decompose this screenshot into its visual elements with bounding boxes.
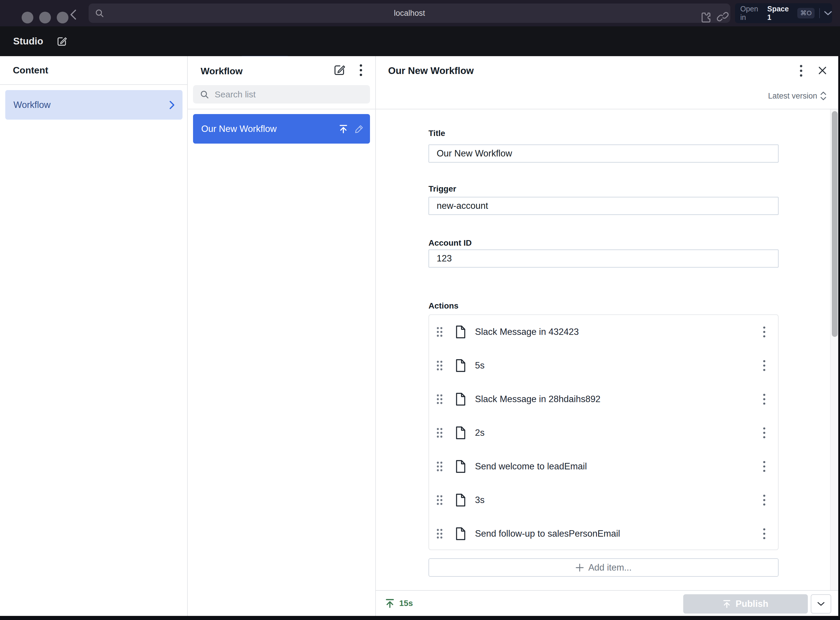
open-in-space-button[interactable]: Open in Space 1 ⌘O <box>735 3 832 23</box>
scrollbar-track[interactable] <box>830 109 838 590</box>
chevron-down-icon[interactable] <box>824 11 832 16</box>
add-item-button[interactable]: Add item... <box>429 558 778 577</box>
drag-handle-icon[interactable] <box>437 360 443 371</box>
action-menu-button[interactable] <box>759 357 769 374</box>
search-icon <box>95 9 104 18</box>
review-changes-button[interactable]: 15s <box>385 591 413 616</box>
publish-button[interactable]: Publish <box>683 594 808 614</box>
back-icon <box>69 9 77 21</box>
action-row[interactable]: Slack Message in 28hdaihs892 <box>429 382 778 416</box>
action-row[interactable]: Slack Message in 432423 <box>429 315 778 349</box>
document-icon <box>455 392 466 406</box>
action-label: Slack Message in 28hdaihs892 <box>475 394 601 405</box>
window-edge-bottom <box>0 616 840 620</box>
close-pane-button[interactable] <box>817 66 828 76</box>
version-label: Latest version <box>768 92 817 101</box>
publish-icon <box>339 124 348 134</box>
title-field[interactable] <box>429 144 778 163</box>
sidebar-item-label: Workflow <box>14 100 169 110</box>
sort-icon <box>820 91 826 101</box>
action-row[interactable]: Send welcome to leadEmail <box>429 450 778 483</box>
action-menu-button[interactable] <box>759 458 769 475</box>
list-search-input[interactable] <box>215 89 370 99</box>
action-label: 3s <box>475 495 485 506</box>
document-editor-pane: Our New Workflow Latest version Title <box>376 56 840 616</box>
drag-handle-icon[interactable] <box>437 528 443 539</box>
actions-list: Slack Message in 432423 5s Slack Message… <box>429 315 778 550</box>
app-title: Studio <box>13 26 43 56</box>
create-document-button[interactable] <box>333 63 347 77</box>
list-pane-header: Workflow <box>188 56 375 109</box>
field-label-trigger: Trigger <box>429 184 456 194</box>
field-label-account-id: Account ID <box>429 238 472 248</box>
action-label: Slack Message in 432423 <box>475 327 579 337</box>
content-pane-header: Content <box>0 56 187 85</box>
url-text: localhost <box>89 9 730 18</box>
browser-chrome: localhost Open in Space 1 ⌘O <box>0 0 840 26</box>
action-menu-button[interactable] <box>759 323 769 341</box>
editor-header: Our New Workflow Latest version <box>376 56 840 109</box>
search-icon <box>200 90 209 99</box>
trigger-field[interactable] <box>429 197 778 215</box>
content-pane: Content Workflow <box>0 56 188 616</box>
plus-icon <box>575 563 584 572</box>
action-row[interactable]: Send follow-up to salesPersonEmail <box>429 517 778 551</box>
window-close-button[interactable] <box>22 12 33 23</box>
account-id-field[interactable] <box>429 250 778 268</box>
sidebar-item-workflow[interactable]: Workflow <box>5 90 182 120</box>
action-menu-button[interactable] <box>759 491 769 509</box>
action-row[interactable]: 3s <box>429 483 778 517</box>
field-label-title: Title <box>429 129 445 138</box>
document-menu-button[interactable] <box>797 64 805 78</box>
content-pane-title: Content <box>13 65 48 76</box>
ellipsis-icon <box>799 65 802 77</box>
puzzle-icon[interactable] <box>699 11 711 23</box>
studio-toolbar: Studio Cmd K Desk Vision ? <box>0 26 840 56</box>
new-document-button[interactable] <box>56 35 68 47</box>
list-pane-title: Workflow <box>201 66 242 77</box>
action-menu-button[interactable] <box>759 390 769 408</box>
drag-handle-icon[interactable] <box>437 394 443 405</box>
close-icon <box>817 66 828 75</box>
list-item-our-new-workflow[interactable]: Our New Workflow <box>193 114 370 144</box>
link-icon[interactable] <box>717 11 729 23</box>
drag-handle-icon[interactable] <box>437 327 443 337</box>
window-minimize-button[interactable] <box>39 12 51 23</box>
open-in-prefix: Open in <box>740 5 764 22</box>
editor-footer: 15s Publish <box>376 590 840 616</box>
action-menu-button[interactable] <box>759 424 769 442</box>
schedule-label: 15s <box>399 599 413 608</box>
action-label: 2s <box>475 427 485 438</box>
action-row[interactable]: 2s <box>429 416 778 450</box>
address-bar[interactable]: localhost <box>89 3 730 23</box>
version-selector[interactable]: Latest version <box>768 89 826 102</box>
document-icon <box>455 325 466 339</box>
list-search[interactable] <box>193 85 370 104</box>
document-title: Our New Workflow <box>388 63 474 78</box>
drag-handle-icon[interactable] <box>437 461 443 472</box>
browser-back-button[interactable] <box>67 8 80 21</box>
action-row[interactable]: 5s <box>429 349 778 382</box>
publish-icon <box>385 598 394 608</box>
chevron-down-icon <box>817 601 825 606</box>
list-menu-button[interactable] <box>357 63 365 77</box>
scrollbar-thumb[interactable] <box>832 111 838 337</box>
divider <box>819 8 820 18</box>
action-label: Send welcome to leadEmail <box>475 461 587 472</box>
document-list-pane: Workflow Our New Workflow <box>188 56 376 616</box>
add-item-label: Add item... <box>588 562 631 573</box>
drag-handle-icon[interactable] <box>437 495 443 506</box>
publish-menu-button[interactable] <box>811 594 831 614</box>
document-icon <box>455 358 466 373</box>
compose-icon <box>56 35 68 47</box>
document-icon <box>455 459 466 474</box>
action-menu-button[interactable] <box>759 525 769 543</box>
publish-label: Publish <box>736 599 768 609</box>
field-label-actions: Actions <box>429 301 459 311</box>
drag-handle-icon[interactable] <box>437 427 443 438</box>
document-icon <box>455 527 466 541</box>
document-icon <box>455 493 466 507</box>
action-label: Send follow-up to salesPersonEmail <box>475 528 620 539</box>
ellipsis-icon <box>360 64 362 76</box>
open-in-space-name: Space 1 <box>767 5 793 22</box>
